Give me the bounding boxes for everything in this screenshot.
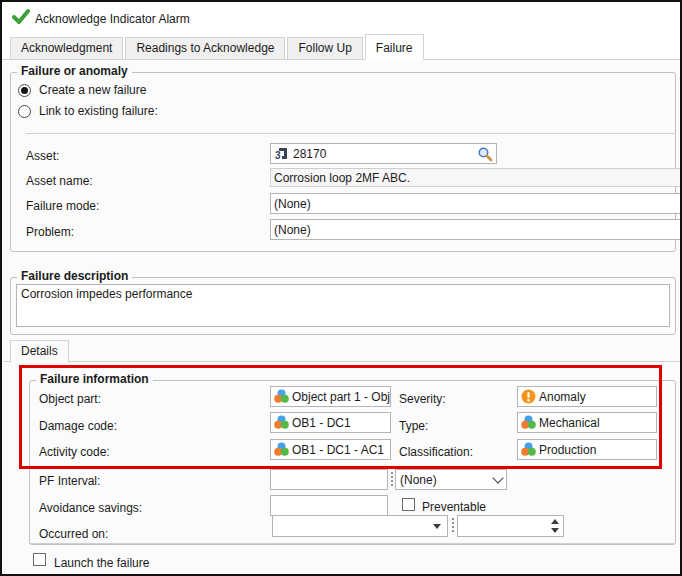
group-separator-line <box>26 133 676 134</box>
colored-balls-icon <box>521 415 536 430</box>
pf-interval-label: PF Interval: <box>39 474 100 488</box>
preventable-checkbox[interactable] <box>402 498 415 511</box>
search-icon[interactable] <box>477 146 493 162</box>
type-field[interactable]: Mechanical <box>517 412 657 433</box>
launch-the-failure-checkbox[interactable] <box>33 553 46 566</box>
spinner-arrows-icon[interactable] <box>551 519 559 533</box>
tab-details[interactable]: Details <box>10 340 69 362</box>
preventable-label: Preventable <box>422 500 486 514</box>
chevron-down-icon <box>492 472 503 483</box>
pf-interval-input[interactable] <box>270 469 388 490</box>
activity-code-field[interactable]: OB1 - DC1 - AC1 <box>270 439 391 460</box>
tab-strip: Acknowledgment Readings to Acknowledge F… <box>2 33 680 60</box>
asset-name-field: Corrosion loop 2MF ABC. <box>270 168 682 187</box>
failure-description-textarea[interactable]: Corrosion impedes performance <box>16 284 670 327</box>
splitter-dots <box>452 518 454 534</box>
radio-create-new-failure-label: Create a new failure <box>39 83 146 97</box>
type-value: Mechanical <box>539 416 600 430</box>
colored-balls-icon <box>274 415 289 430</box>
failure-information-caption: Failure information <box>36 372 153 386</box>
type-label: Type: <box>399 419 428 433</box>
activity-code-label: Activity code: <box>39 445 110 459</box>
acknowledge-indicator-alarm-dialog: Acknowledge Indicator Alarm Acknowledgme… <box>0 0 682 576</box>
radio-button-icon[interactable] <box>18 84 31 97</box>
colored-balls-icon <box>274 442 289 457</box>
failure-description-text: Corrosion impedes performance <box>21 287 192 301</box>
occurred-on-label: Occurred on: <box>39 527 108 541</box>
tab-failure[interactable]: Failure <box>365 34 424 60</box>
damage-code-value: OB1 - DC1 <box>292 416 351 430</box>
damage-code-field[interactable]: OB1 - DC1 <box>270 412 391 433</box>
splitter-dots <box>391 472 393 488</box>
tab-acknowledgment[interactable]: Acknowledgment <box>10 37 123 59</box>
dropdown-arrow-icon <box>433 524 441 529</box>
object-part-value: Object part 1 - Obj <box>292 390 390 404</box>
warning-exclamation-icon <box>521 389 536 404</box>
asset-name-label: Asset name: <box>26 174 93 188</box>
radio-link-existing-failure[interactable]: Link to existing failure: <box>18 104 158 118</box>
classification-value: Production <box>539 443 596 457</box>
object-part-field[interactable]: Object part 1 - Obj <box>270 386 391 407</box>
svg-text:3: 3 <box>275 150 281 161</box>
occurred-on-time-spinner[interactable] <box>457 515 564 537</box>
avoidance-savings-input[interactable] <box>270 495 388 516</box>
colored-balls-icon <box>521 442 536 457</box>
pf-interval-unit-value: (None) <box>400 473 437 487</box>
severity-value: Anomaly <box>539 390 586 404</box>
object-part-label: Object part: <box>39 392 101 406</box>
failure-mode-field[interactable]: (None) <box>270 193 682 214</box>
pf-interval-unit-dropdown[interactable]: (None) <box>395 469 507 490</box>
damage-code-label: Damage code: <box>39 419 117 433</box>
radio-create-new-failure[interactable]: Create a new failure <box>18 83 146 97</box>
asset-value: 28170 <box>293 147 474 161</box>
asset-name-value: Corrosion loop 2MF ABC. <box>274 171 410 185</box>
radio-button-icon[interactable] <box>18 105 31 118</box>
classification-label: Classification: <box>399 445 473 459</box>
problem-label: Problem: <box>26 225 74 239</box>
green-check-icon <box>12 8 30 26</box>
problem-field[interactable]: (None) <box>270 219 682 240</box>
tab-follow-up[interactable]: Follow Up <box>287 37 362 59</box>
classification-field[interactable]: Production <box>517 439 657 460</box>
pipe-elbow-icon: 3 <box>274 146 290 162</box>
details-panel-top-border <box>4 361 680 362</box>
severity-label: Severity: <box>399 392 446 406</box>
asset-label: Asset: <box>26 149 59 163</box>
failure-or-anomaly-caption: Failure or anomaly <box>17 64 132 78</box>
failure-mode-value: (None) <box>274 197 311 211</box>
section-divider-line <box>29 543 674 544</box>
tab-readings-to-acknowledge[interactable]: Readings to Acknowledge <box>125 37 285 59</box>
launch-the-failure-label: Launch the failure <box>54 556 149 570</box>
avoidance-savings-label: Avoidance savings: <box>39 501 142 515</box>
radio-link-existing-failure-label: Link to existing failure: <box>39 104 158 118</box>
activity-code-value: OB1 - DC1 - AC1 <box>292 443 384 457</box>
colored-balls-icon <box>274 389 289 404</box>
problem-value: (None) <box>274 223 311 237</box>
dialog-title: Acknowledge Indicator Alarm <box>35 12 190 26</box>
failure-mode-label: Failure mode: <box>26 199 99 213</box>
occurred-on-date-combobox[interactable] <box>272 515 448 537</box>
severity-field[interactable]: Anomaly <box>517 386 657 407</box>
asset-field[interactable]: 3 28170 <box>270 143 497 164</box>
failure-description-caption: Failure description <box>17 269 132 283</box>
